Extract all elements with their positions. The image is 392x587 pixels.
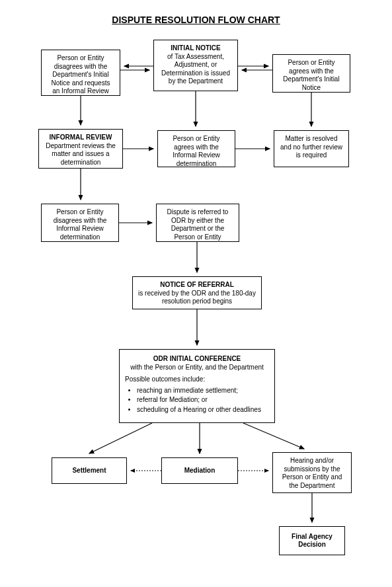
odr-conf-bullet: referral for Mediation; or (137, 396, 269, 405)
svg-line-15 (243, 423, 304, 449)
box-informal-review: INFORMAL REVIEW Department reviews the m… (38, 129, 123, 169)
box-hearing: Hearing and/or submissions by the Person… (272, 452, 352, 493)
box-agree-informal: Person or Entity agrees with the Informa… (157, 130, 235, 167)
box-resolved: Matter is resolved and no further review… (274, 130, 349, 167)
box-agree-initial: Person or Entity agrees with the Departm… (272, 54, 350, 93)
box-disagree-initial: Person or Entity disagrees with the Depa… (41, 50, 120, 96)
odr-conf-bullets: reaching an immediate settlement;referra… (125, 387, 269, 414)
odr-conf-bullet: reaching an immediate settlement; (137, 387, 269, 395)
box-referred-odr: Dispute is referred to ODR by either the… (156, 204, 239, 242)
odr-conf-bullet: scheduling of a Hearing or other deadlin… (137, 406, 269, 414)
svg-line-13 (89, 423, 152, 453)
flowchart-page: DISPUTE RESOLUTION FLOW CHART INITIAL NO… (0, 0, 392, 587)
box-settlement: Settlement (52, 457, 127, 484)
box-disagree-informal: Person or Entity disagrees with the Info… (41, 204, 119, 242)
box-notice-referral: NOTICE OF REFERRAL is received by the OD… (132, 276, 262, 309)
box-odr-initial-conference: ODR INITIAL CONFERENCE with the Person o… (119, 349, 275, 423)
box-mediation: Mediation (161, 457, 238, 484)
box-final-agency-decision: Final Agency Decision (279, 526, 345, 555)
chart-title: DISPUTE RESOLUTION FLOW CHART (0, 15, 392, 25)
box-initial-notice: INITIAL NOTICE of Tax Assessment, Adjust… (153, 40, 238, 91)
